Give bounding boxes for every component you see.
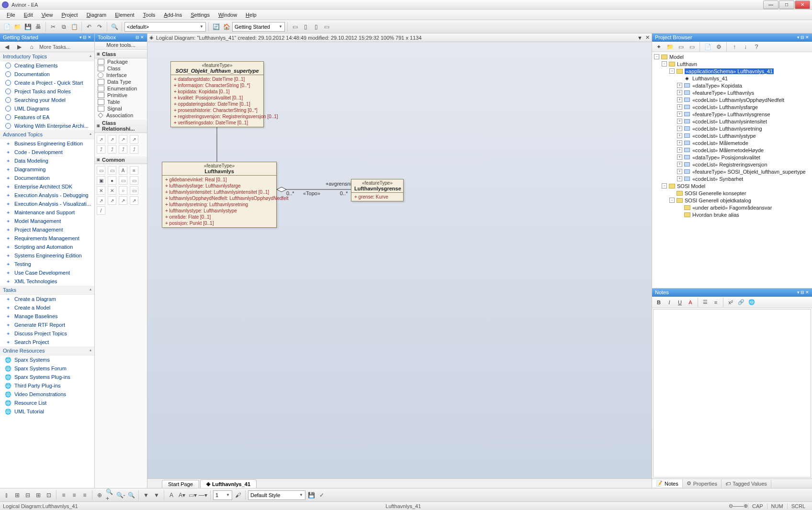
menu-help[interactable]: Help (242, 11, 260, 19)
toolbox-interface[interactable]: Interface (95, 72, 147, 78)
tree-expander-icon[interactable]: + (677, 140, 682, 145)
gs-item[interactable]: Sparx Systems Forum (0, 364, 94, 373)
tree-expander-icon[interactable]: + (677, 147, 682, 153)
nt-min-icon[interactable]: ⊟ (801, 290, 804, 295)
bt-align3-icon[interactable]: ≡ (80, 490, 90, 500)
project-tree[interactable]: -Model-Lufthavn-«applicationSchema» Luft… (652, 52, 812, 288)
pb-close-icon[interactable]: ✕ (805, 35, 809, 40)
pb-pkg-icon[interactable]: 📁 (665, 42, 675, 52)
italic-icon[interactable]: I (665, 298, 674, 307)
tree-expander-icon[interactable]: + (677, 90, 682, 95)
gs-item[interactable]: Creating Elements (0, 61, 94, 70)
uml-class-supertype[interactable]: «featureType» SOSI_Objekt_lufthavn_super… (170, 61, 264, 127)
cut-icon[interactable]: ✂ (48, 22, 58, 32)
c4-icon[interactable]: ≡ (130, 166, 138, 175)
menu-element[interactable]: Element (111, 11, 138, 19)
menu-file[interactable]: File (3, 11, 19, 19)
fwd-icon[interactable]: ▶ (14, 42, 24, 52)
c3-icon[interactable]: A (119, 166, 127, 175)
gs-item[interactable]: Requirements Management (0, 234, 94, 243)
tb-common-section[interactable]: ▣Common (95, 155, 147, 164)
gs-item[interactable]: Data Modeling (0, 156, 94, 165)
tree-node[interactable]: ◈Lufthavnlys_41 (652, 75, 812, 82)
bt-zoomin-icon[interactable]: 🔍+ (105, 490, 115, 500)
tree-node[interactable]: +«codeList» Målemetode (652, 139, 812, 146)
tree-node[interactable]: -Model (652, 53, 812, 60)
line-width-dropdown[interactable]: 1▼ (213, 490, 232, 500)
tree-node[interactable]: «under arbeid» Fagområdeansvar (652, 204, 812, 211)
perspective-dropdown[interactable]: <default> ▼ (124, 22, 206, 32)
bt-brush-icon[interactable]: 🖌 (233, 490, 243, 500)
gs-item[interactable]: XML Technologies (0, 277, 94, 286)
tree-node[interactable]: -SOSI Generell objektkatalog (652, 197, 812, 204)
tb-class-section[interactable]: ▣Class (95, 50, 147, 58)
gs-item[interactable]: Model Management (0, 217, 94, 225)
gs-item[interactable]: Resource List (0, 399, 94, 407)
sup-icon[interactable]: x² (726, 298, 735, 307)
c12-icon[interactable]: ▭ (130, 186, 138, 195)
gs-item[interactable]: Testing (0, 260, 94, 268)
bt-b2-icon[interactable]: ▼ (152, 490, 161, 500)
bt-vert-icon[interactable]: ⫿ (2, 490, 11, 500)
pin2-icon[interactable]: ⊟ (83, 35, 87, 40)
pb-doc-icon[interactable]: 📄 (703, 42, 712, 52)
c2-icon[interactable]: ▭ (108, 166, 116, 175)
folder-icon[interactable]: 📁 (12, 22, 22, 32)
maximize-button[interactable]: □ (779, 0, 794, 9)
copy-icon[interactable]: ⧉ (59, 22, 68, 32)
rel-arrow7-icon[interactable]: ⤴ (119, 145, 127, 154)
uml-class-grense[interactable]: «featureType» Lufthavnlysgrense + grense… (351, 179, 404, 201)
notes-textarea[interactable] (653, 309, 811, 477)
tree-node[interactable]: +«featureType» Lufthavnlys (652, 89, 812, 96)
pb-min-icon[interactable]: ⊟ (801, 35, 804, 40)
c17-icon[interactable]: / (97, 206, 105, 215)
gs-item[interactable]: Documentation (0, 174, 94, 182)
toolbox-table[interactable]: Table (95, 99, 147, 105)
tree-expander-icon[interactable]: - (669, 198, 675, 203)
nt-close-icon[interactable]: ✕ (805, 290, 809, 295)
tree-node[interactable]: +«codeList» Lufthavnlysretning (652, 125, 812, 132)
tree-node[interactable]: Hvordan bruke alias (652, 211, 812, 218)
c16-icon[interactable]: ↗ (130, 196, 138, 205)
tree-expander-icon[interactable]: + (677, 162, 682, 167)
pb-diag-icon[interactable]: ▭ (676, 42, 686, 52)
gs-item[interactable]: Execution Analysis - Debugging (0, 191, 94, 200)
gs-item[interactable]: Working With Enterprise Archi... (0, 122, 94, 130)
gs-item[interactable]: Create a Diagram (0, 295, 94, 303)
close-button[interactable]: ✕ (795, 0, 810, 9)
section-introductory-topics[interactable]: Introductory Topics▴ (0, 52, 94, 61)
window3-icon[interactable]: ▯ (311, 22, 321, 32)
numlist-icon[interactable]: ≡ (711, 298, 721, 307)
gs-item[interactable]: Video Demonstrations (0, 390, 94, 399)
c15-icon[interactable]: ↗ (119, 196, 127, 205)
tree-expander-icon[interactable]: - (662, 183, 667, 188)
uml-class-lufthavnlys[interactable]: «featureType» Lufthavnlys + glidebanevin… (162, 162, 277, 228)
tab-start-page[interactable]: Start Page (162, 480, 199, 488)
tab-properties[interactable]: ⚙Properties (683, 479, 722, 488)
gs-item[interactable]: Features of EA (0, 113, 94, 122)
c5-icon[interactable]: ▣ (97, 176, 105, 185)
bt-a4-icon[interactable]: ⊡ (44, 490, 54, 500)
tree-expander-icon[interactable]: + (677, 83, 682, 88)
c9-icon[interactable]: ✕ (97, 186, 105, 195)
pb-el-icon[interactable]: ▭ (687, 42, 697, 52)
tree-expander-icon[interactable]: - (662, 61, 667, 67)
gs-item[interactable]: Diagramming (0, 165, 94, 174)
c10-icon[interactable]: ✕ (108, 186, 116, 195)
home-icon[interactable]: 🏠 (222, 22, 231, 32)
search-icon[interactable]: 🔍 (110, 22, 119, 32)
tab-current-diagram[interactable]: ◈Lufthavnlys_41 (200, 479, 257, 488)
bold-icon[interactable]: B (654, 298, 664, 307)
gs-item[interactable]: UML Diagrams (0, 104, 94, 113)
c11-icon[interactable]: ○ (119, 186, 127, 195)
toolbox-enumeration[interactable]: Enumeration (95, 85, 147, 92)
rel-arrow6-icon[interactable]: ⤴ (108, 145, 116, 154)
diag-close-icon[interactable]: ✕ (645, 34, 650, 41)
diag-dropdown-icon[interactable]: ▼ (637, 35, 643, 41)
tree-node[interactable]: +«featureType» Lufthavnlysgrense (652, 111, 812, 118)
gs-item[interactable]: Use Case Development (0, 268, 94, 277)
tree-node[interactable]: -«applicationSchema» Lufthavnlys_41 (652, 67, 812, 75)
bt-b1-icon[interactable]: ▼ (141, 490, 151, 500)
home2-icon[interactable]: ⌂ (27, 42, 36, 52)
new-icon[interactable]: 📄 (2, 22, 11, 32)
